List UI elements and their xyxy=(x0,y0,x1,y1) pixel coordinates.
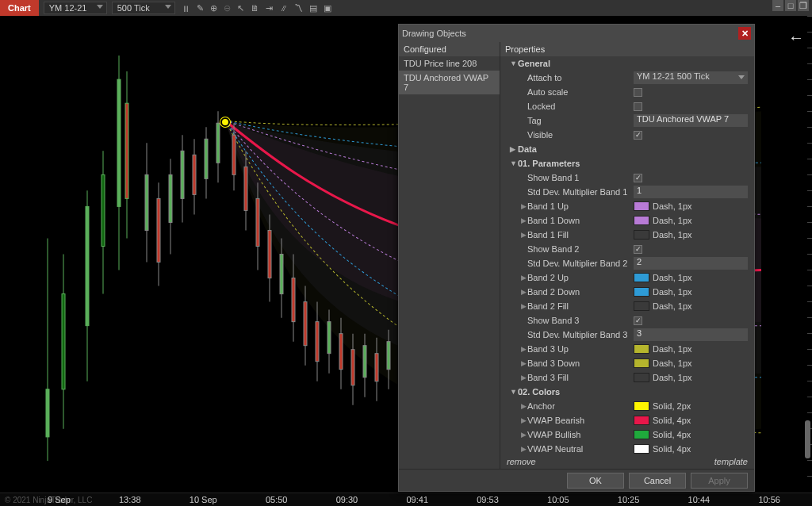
instrument-value: YM 12-21 xyxy=(49,3,87,13)
svg-rect-31 xyxy=(256,198,259,246)
color-swatch[interactable] xyxy=(634,416,649,425)
interval-dropdown[interactable]: 500 Tick xyxy=(112,2,175,14)
vwap-bullish-label[interactable]: VWAP Bullish xyxy=(527,430,634,439)
show-band-3-label: Show Band 3 xyxy=(527,316,634,325)
svg-rect-45 xyxy=(339,334,343,370)
band-3-down-label[interactable]: Band 3 Down xyxy=(527,358,634,368)
band-2-fill-label[interactable]: Band 2 Fill xyxy=(527,301,634,311)
attach-to-label: Attach to xyxy=(527,73,634,82)
attach-to-select[interactable]: YM 12-21 500 Tick xyxy=(634,71,748,84)
text-icon[interactable]: 🗎 xyxy=(251,3,259,13)
line-style-value: Solid, 4px xyxy=(653,416,691,425)
time-axis: 9 Sep 13:38 10 Sep 05:50 09:30 09:41 09:… xyxy=(48,493,780,506)
group-data[interactable]: ▶Data xyxy=(502,142,753,156)
dialog-titlebar[interactable]: Drawing Objects ✕ xyxy=(399,25,754,42)
configured-item[interactable]: TDU Price line 208 xyxy=(399,56,500,71)
color-swatch[interactable] xyxy=(634,444,649,454)
show-band-1-checkbox[interactable] xyxy=(634,174,642,182)
vwap-neutral-label[interactable]: VWAP Neutral xyxy=(527,444,634,454)
candlestick-icon[interactable]: ⫼ xyxy=(182,3,190,13)
color-swatch[interactable] xyxy=(634,273,649,282)
template-link[interactable]: template xyxy=(714,457,748,466)
visible-checkbox[interactable] xyxy=(634,131,642,140)
apply-button[interactable]: Apply xyxy=(691,473,748,489)
svg-rect-21 xyxy=(193,155,196,194)
settings-icon[interactable]: ▣ xyxy=(324,3,331,13)
color-swatch[interactable] xyxy=(634,216,649,225)
color-swatch[interactable] xyxy=(634,358,649,368)
line-style-value: Dash, 1px xyxy=(653,358,692,368)
fib-icon[interactable]: ▤ xyxy=(309,3,317,13)
band-2-down-label[interactable]: Band 2 Down xyxy=(527,287,634,297)
zoom-out-icon[interactable]: ⊖ xyxy=(224,3,231,13)
group-parameters[interactable]: ▼01. Parameters xyxy=(502,156,753,171)
remove-link[interactable]: remove xyxy=(507,457,536,466)
mult-band-3-input[interactable]: 3 xyxy=(634,328,748,341)
vwap-anchor-marker[interactable] xyxy=(220,117,230,127)
zoom-in-icon[interactable]: ⊕ xyxy=(210,3,217,13)
svg-rect-3 xyxy=(62,294,65,389)
locked-checkbox[interactable] xyxy=(634,102,642,111)
show-band-1-label: Show Band 1 xyxy=(527,173,634,182)
group-colors[interactable]: ▼02. Colors xyxy=(502,385,753,399)
cursor-icon[interactable]: ↖ xyxy=(237,3,244,13)
maximize-icon[interactable]: □ xyxy=(785,0,796,11)
band-1-fill-label[interactable]: Band 1 Fill xyxy=(527,230,634,240)
x-tick: 09:41 xyxy=(406,495,428,504)
color-swatch[interactable] xyxy=(634,301,649,311)
band-1-up-label[interactable]: Band 1 Up xyxy=(527,201,634,211)
x-tick: 9 Sep xyxy=(48,495,71,504)
band-3-up-label[interactable]: Band 3 Up xyxy=(527,344,634,354)
edit-icon[interactable]: ✎ xyxy=(197,3,204,13)
svg-rect-23 xyxy=(205,139,208,178)
group-general[interactable]: ▼General xyxy=(502,56,753,71)
band-1-down-label[interactable]: Band 1 Down xyxy=(527,216,634,225)
color-swatch[interactable] xyxy=(634,430,649,439)
color-swatch[interactable] xyxy=(634,344,649,354)
ok-button[interactable]: OK xyxy=(567,473,624,489)
svg-rect-35 xyxy=(280,255,283,294)
scrollbar-thumb[interactable] xyxy=(805,420,810,458)
configured-panel: Configured TDU Price line 208 TDU Anchor… xyxy=(399,42,500,469)
footer: © 2021 NinjaTrader, LLC 9 Sep 13:38 10 S… xyxy=(0,493,812,506)
trend-icon[interactable]: 〽 xyxy=(294,3,303,13)
svg-rect-13 xyxy=(145,174,148,230)
color-swatch[interactable] xyxy=(634,373,649,382)
show-band-2-checkbox[interactable] xyxy=(634,245,642,254)
color-swatch[interactable] xyxy=(634,230,649,240)
tag-input[interactable]: TDU Anchored VWAP 7 xyxy=(634,114,748,127)
svg-rect-5 xyxy=(86,206,89,325)
line-style-value: Dash, 1px xyxy=(653,287,692,297)
mult-band-1-input[interactable]: 1 xyxy=(634,186,748,198)
band-3-fill-label[interactable]: Band 3 Fill xyxy=(527,373,634,382)
line-style-value: Solid, 4px xyxy=(653,444,691,454)
line-icon[interactable]: ⫽ xyxy=(279,3,288,13)
interval-value: 500 Tick xyxy=(117,3,150,13)
chevron-down-icon xyxy=(738,75,745,79)
line-style-value: Dash, 1px xyxy=(653,216,692,225)
color-swatch[interactable] xyxy=(634,401,649,411)
color-swatch[interactable] xyxy=(634,287,649,297)
cancel-button[interactable]: Cancel xyxy=(629,473,686,489)
configured-item[interactable]: TDU Anchored VWAP 7 xyxy=(399,71,500,94)
line-style-value: Dash, 1px xyxy=(653,230,692,240)
anchor-color-label[interactable]: Anchor xyxy=(527,401,634,411)
mult-band-2-input[interactable]: 2 xyxy=(634,257,748,270)
window-controls: – □ ❐ xyxy=(772,0,809,11)
show-band-3-checkbox[interactable] xyxy=(634,316,642,325)
svg-rect-17 xyxy=(169,174,172,222)
color-swatch[interactable] xyxy=(634,201,649,211)
vwap-bearish-label[interactable]: VWAP Bearish xyxy=(527,416,634,425)
svg-rect-47 xyxy=(351,350,354,385)
back-arrow-icon[interactable]: ← xyxy=(788,29,804,47)
close-icon[interactable]: ✕ xyxy=(738,27,751,40)
configured-header: Configured xyxy=(399,42,500,56)
chart-tab[interactable]: Chart xyxy=(0,0,39,16)
instrument-dropdown[interactable]: YM 12-21 xyxy=(44,2,107,14)
ruler-icon[interactable]: ⇥ xyxy=(266,3,273,13)
minimize-icon[interactable]: – xyxy=(772,0,783,11)
group-label: 01. Parameters xyxy=(518,159,580,168)
auto-scale-checkbox[interactable] xyxy=(634,88,642,97)
restore-icon[interactable]: ❐ xyxy=(798,0,809,11)
band-2-up-label[interactable]: Band 2 Up xyxy=(527,273,634,282)
